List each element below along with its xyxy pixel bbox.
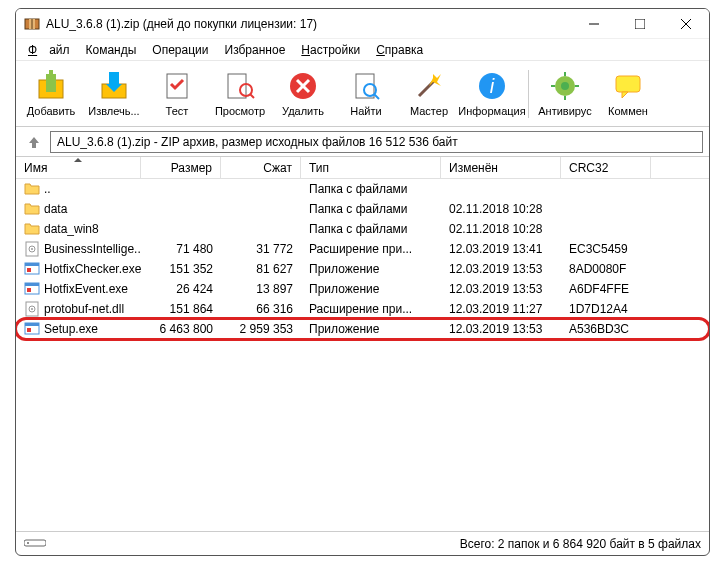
file-modified: 12.03.2019 13:53 xyxy=(441,262,561,276)
svg-marker-35 xyxy=(29,137,39,148)
file-type: Расширение при... xyxy=(301,302,441,316)
file-row[interactable]: data_win8Папка с файлами02.11.2018 10:28 xyxy=(16,219,709,239)
svg-rect-4 xyxy=(635,19,645,29)
file-modified: 12.03.2019 13:41 xyxy=(441,242,561,256)
folder-up-icon xyxy=(24,181,40,197)
path-input[interactable] xyxy=(50,131,703,153)
svg-line-22 xyxy=(374,94,379,99)
svg-text:i: i xyxy=(490,75,495,97)
menu-favorites[interactable]: Избранное xyxy=(219,41,292,59)
file-crc: 1D7D12A4 xyxy=(561,302,651,316)
close-button[interactable] xyxy=(663,9,709,39)
comment-button[interactable]: Коммен xyxy=(597,63,659,125)
winrar-window: ALU_3.6.8 (1).zip (дней до покупки лицен… xyxy=(15,8,710,556)
svg-rect-44 xyxy=(27,288,31,292)
file-packed: 13 897 xyxy=(221,282,301,296)
menu-help[interactable]: Справка xyxy=(370,41,429,59)
file-row[interactable]: HotfixChecker.exe151 35281 627Приложение… xyxy=(16,259,709,279)
menu-commands[interactable]: Команды xyxy=(80,41,143,59)
file-name: BusinessIntellige... xyxy=(44,242,141,256)
file-type: Приложение xyxy=(301,262,441,276)
exe-icon xyxy=(24,261,40,277)
add-icon xyxy=(35,70,67,102)
file-list[interactable]: ..Папка с файламиdataПапка с файлами02.1… xyxy=(16,179,709,531)
file-name: protobuf-net.dll xyxy=(44,302,124,316)
col-modified[interactable]: Изменён xyxy=(441,157,561,178)
svg-line-16 xyxy=(250,94,254,98)
info-button[interactable]: i Информация xyxy=(461,63,523,125)
col-name[interactable]: Имя xyxy=(16,157,141,178)
view-icon xyxy=(224,70,256,102)
antivirus-button[interactable]: Антивирус xyxy=(534,63,596,125)
menubar: Файл Команды Операции Избранное Настройк… xyxy=(16,39,709,61)
file-row[interactable]: HotfixEvent.exe26 42413 897Приложение12.… xyxy=(16,279,709,299)
file-name: HotfixChecker.exe xyxy=(44,262,141,276)
file-row[interactable]: dataПапка с файлами02.11.2018 10:28 xyxy=(16,199,709,219)
up-arrow-icon xyxy=(27,135,41,149)
antivirus-icon xyxy=(549,70,581,102)
col-type[interactable]: Тип xyxy=(301,157,441,178)
col-size[interactable]: Размер xyxy=(141,157,221,178)
find-button[interactable]: Найти xyxy=(335,63,397,125)
exe-icon xyxy=(24,321,40,337)
file-size: 6 463 800 xyxy=(141,322,221,336)
comment-icon xyxy=(612,70,644,102)
col-packed[interactable]: Сжат xyxy=(221,157,301,178)
folder-icon xyxy=(24,221,40,237)
delete-icon xyxy=(287,70,319,102)
test-button[interactable]: Тест xyxy=(146,63,208,125)
menu-operations[interactable]: Операции xyxy=(146,41,214,59)
extract-button[interactable]: Извлечь... xyxy=(83,63,145,125)
file-name: Setup.exe xyxy=(44,322,98,336)
file-name: HotfixEvent.exe xyxy=(44,282,128,296)
file-row[interactable]: BusinessIntellige...71 48031 772Расширен… xyxy=(16,239,709,259)
dll-icon xyxy=(24,301,40,317)
info-icon: i xyxy=(476,70,508,102)
disk-icon xyxy=(24,537,46,551)
svg-rect-50 xyxy=(27,328,31,332)
window-title: ALU_3.6.8 (1).zip (дней до покупки лицен… xyxy=(46,17,571,31)
col-crc[interactable]: CRC32 xyxy=(561,157,651,178)
delete-button[interactable]: Удалить xyxy=(272,63,334,125)
file-name: .. xyxy=(44,182,51,196)
exe-icon xyxy=(24,281,40,297)
file-modified: 12.03.2019 13:53 xyxy=(441,322,561,336)
file-type: Приложение xyxy=(301,322,441,336)
file-crc: A6DF4FFE xyxy=(561,282,651,296)
file-type: Расширение при... xyxy=(301,242,441,256)
svg-rect-11 xyxy=(109,72,119,86)
file-packed: 2 959 353 xyxy=(221,322,301,336)
file-packed: 31 772 xyxy=(221,242,301,256)
file-crc: EC3C5459 xyxy=(561,242,651,256)
menu-file[interactable]: Файл xyxy=(22,41,76,59)
view-button[interactable]: Просмотр xyxy=(209,63,271,125)
titlebar: ALU_3.6.8 (1).zip (дней до покупки лицен… xyxy=(16,9,709,39)
toolbar: Добавить Извлечь... Тест Просмотр Удалит… xyxy=(16,61,709,127)
file-row[interactable]: Setup.exe6 463 8002 959 353Приложение12.… xyxy=(16,319,709,339)
svg-rect-43 xyxy=(25,283,39,286)
up-level-button[interactable] xyxy=(22,130,46,154)
file-row[interactable]: ..Папка с файлами xyxy=(16,179,709,199)
wizard-icon xyxy=(413,70,445,102)
file-packed: 81 627 xyxy=(221,262,301,276)
file-name: data xyxy=(44,202,67,216)
file-type: Папка с файлами xyxy=(301,182,441,196)
menu-settings[interactable]: Настройки xyxy=(295,41,366,59)
file-packed: 66 316 xyxy=(221,302,301,316)
minimize-button[interactable] xyxy=(571,9,617,39)
file-modified: 02.11.2018 10:28 xyxy=(441,202,561,216)
file-row[interactable]: protobuf-net.dll151 86466 316Расширение … xyxy=(16,299,709,319)
svg-marker-34 xyxy=(622,92,628,98)
svg-rect-9 xyxy=(49,70,53,78)
pathbar xyxy=(16,127,709,157)
svg-rect-41 xyxy=(27,268,31,272)
file-size: 26 424 xyxy=(141,282,221,296)
file-size: 71 480 xyxy=(141,242,221,256)
file-crc: 8AD0080F xyxy=(561,262,651,276)
add-button[interactable]: Добавить xyxy=(20,63,82,125)
dll-icon xyxy=(24,241,40,257)
maximize-button[interactable] xyxy=(617,9,663,39)
wizard-button[interactable]: Мастер xyxy=(398,63,460,125)
svg-rect-40 xyxy=(25,263,39,266)
winrar-icon xyxy=(24,16,40,32)
